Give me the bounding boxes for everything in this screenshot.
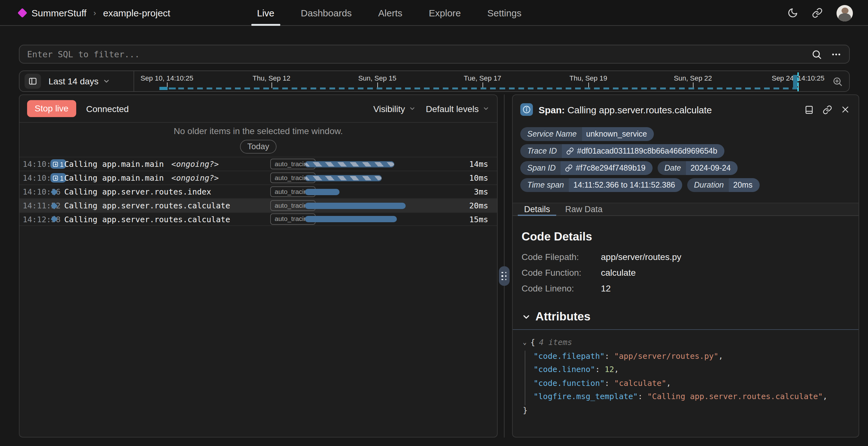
span-name: Calling app.server.routes.calculate — [64, 214, 230, 224]
dock-panel-icon[interactable] — [804, 105, 814, 114]
duration-value: 14ms — [412, 159, 497, 169]
row-timestamp: 14:11:52 — [23, 201, 51, 210]
json-value: "calculate" — [614, 378, 666, 387]
time-span-badge: Time span 14:11:52.366 to 14:11:52.386 — [520, 178, 682, 192]
span-title: Span: Calling app.server.routes.calculat… — [538, 104, 799, 115]
live-feed-header: Stop live Connected Visibility Default l… — [20, 95, 497, 123]
table-row[interactable]: 14:10:16 Calling app.server.routes.index… — [20, 185, 497, 198]
tab-explore[interactable]: Explore — [429, 0, 461, 26]
child-count: 1 — [60, 160, 64, 168]
theme-moon-icon[interactable] — [787, 7, 798, 18]
empty-message: No older items in the selected time wind… — [174, 126, 343, 136]
share-link-icon[interactable] — [812, 7, 823, 18]
json-value: "Calling app.server.routes.calculate" — [647, 391, 823, 401]
json-key: "logfire.msg_template" — [533, 391, 638, 401]
zoom-in-icon[interactable] — [826, 71, 849, 91]
nav-right-controls — [787, 0, 853, 26]
visibility-dropdown-label: Visibility — [373, 103, 405, 114]
kv-label: Code Filepath: — [522, 252, 601, 262]
close-icon[interactable] — [841, 105, 850, 114]
trace-id-badge[interactable]: Trace ID #df01acad0311189c8b66a466d96965… — [520, 144, 724, 158]
attributes-json-viewer: ⌄{ 4 items "code.filepath": "app/server/… — [523, 336, 850, 417]
json-key: "code.lineno" — [533, 364, 595, 374]
badge-value: 14:11:52.366 to 14:11:52.386 — [569, 178, 682, 192]
live-feed-panel: Stop live Connected Visibility Default l… — [19, 94, 498, 438]
copy-link-icon[interactable] — [823, 105, 832, 114]
breadcrumb[interactable]: SummerStuff › example-project — [19, 0, 170, 26]
json-colon: : — [595, 364, 605, 374]
code-details-table: Code Filepath: app/server/routes.py Code… — [522, 252, 850, 293]
child-count-badge[interactable]: 1 — [51, 173, 66, 183]
default-levels-dropdown[interactable]: Default levels — [426, 103, 490, 114]
badge-value: unknown_service — [582, 127, 654, 141]
user-avatar[interactable] — [837, 5, 853, 21]
visibility-dropdown[interactable]: Visibility — [373, 103, 416, 114]
logo-diamond-icon — [17, 8, 27, 18]
time-range-dropdown[interactable]: Last 14 days — [49, 76, 111, 86]
child-count-badge[interactable]: 1 — [51, 159, 66, 169]
breadcrumb-project[interactable]: SummerStuff — [31, 7, 87, 18]
kv-value: 12 — [601, 283, 850, 293]
timeline-activity-line — [159, 88, 797, 89]
badge-value: 2024-09-24 — [686, 161, 738, 175]
tab-live[interactable]: Live — [257, 0, 274, 26]
timeline-histogram[interactable]: Sep 10, 14:10:25 Thu, Sep 12 Sun, Sep 15… — [134, 71, 826, 91]
breadcrumb-separator-icon: › — [94, 8, 96, 18]
code-details-heading: Code Details — [522, 230, 850, 244]
span-detail-header: Span: Calling app.server.routes.calculat… — [513, 95, 859, 124]
duration-value: 15ms — [412, 214, 497, 224]
duration-bar-cell — [305, 216, 412, 222]
json-root-line[interactable]: ⌄{ 4 items — [523, 336, 850, 349]
tab-raw-data[interactable]: Raw Data — [559, 203, 609, 215]
badge-label: Duration — [687, 178, 729, 192]
timeline-label: Sun, Sep 22 — [674, 74, 712, 82]
json-attribute-line: "logfire.msg_template": "Calling app.ser… — [523, 390, 850, 403]
today-button[interactable]: Today — [240, 140, 277, 154]
stop-live-button[interactable]: Stop live — [27, 100, 76, 117]
kv-value: app/server/routes.py — [601, 252, 850, 262]
table-row[interactable]: 14:12:38 Calling app.server.routes.calcu… — [20, 212, 497, 226]
connection-status: Connected — [86, 103, 128, 114]
link-icon — [565, 164, 572, 171]
tab-alerts[interactable]: Alerts — [378, 0, 403, 26]
sql-filter-icons — [811, 49, 841, 60]
timeline-label: Sun, Sep 15 — [358, 74, 396, 82]
chevron-down-icon — [522, 312, 531, 321]
span-id-badge[interactable]: Span ID #f7c8e294f7489b19 — [520, 161, 652, 175]
date-badge: Date 2024-09-24 — [657, 161, 738, 175]
table-row-selected[interactable]: 14:11:52 Calling app.server.routes.calcu… — [20, 198, 497, 212]
child-count: 1 — [60, 174, 64, 182]
span-name: Calling app.main.main — [64, 173, 164, 183]
expand-plus-icon — [53, 161, 58, 166]
tab-dashboards[interactable]: Dashboards — [301, 0, 352, 26]
badge-label: Time span — [520, 178, 569, 192]
breadcrumb-environment[interactable]: example-project — [103, 7, 170, 18]
sql-filter-input[interactable]: Enter SQL to filter... — [19, 45, 850, 64]
table-row[interactable]: 14:10:06 1 Calling app.main.main<ongoing… — [20, 170, 497, 185]
sidebar-toggle-button[interactable] — [25, 74, 41, 89]
more-options-icon[interactable] — [831, 49, 841, 60]
attributes-collapse-toggle[interactable]: Attributes — [513, 310, 859, 324]
table-row[interactable]: 14:10:05 1 Calling app.main.main<ongoing… — [20, 157, 497, 170]
json-colon: : — [605, 378, 614, 387]
tab-settings[interactable]: Settings — [487, 0, 521, 26]
json-value: "app/server/routes.py" — [614, 351, 718, 360]
span-title-prefix: Span: — [538, 104, 565, 115]
search-icon[interactable] — [811, 49, 822, 60]
timeline-label-start: Sep 10, 14:10:25 — [141, 74, 193, 82]
tab-details[interactable]: Details — [518, 203, 557, 215]
timeline-label: Tue, Sep 17 — [464, 74, 501, 82]
json-indent-guide — [525, 351, 525, 405]
panel-resize-handle[interactable] — [499, 266, 509, 286]
json-colon: : — [638, 391, 647, 401]
duration-value: 10ms — [412, 173, 497, 183]
older-items-notice: No older items in the selected time wind… — [20, 123, 497, 157]
duration-bar — [305, 189, 340, 195]
span-title-name: Calling app.server.routes.calculate — [567, 104, 712, 115]
duration-bar-cell — [305, 189, 412, 195]
chevron-down-icon — [409, 105, 416, 112]
json-collapse-caret-icon[interactable]: ⌄ — [523, 336, 527, 349]
kv-label: Code Lineno: — [522, 283, 601, 293]
json-attribute-line: "code.lineno": 12, — [523, 362, 850, 376]
link-icon — [566, 147, 574, 155]
